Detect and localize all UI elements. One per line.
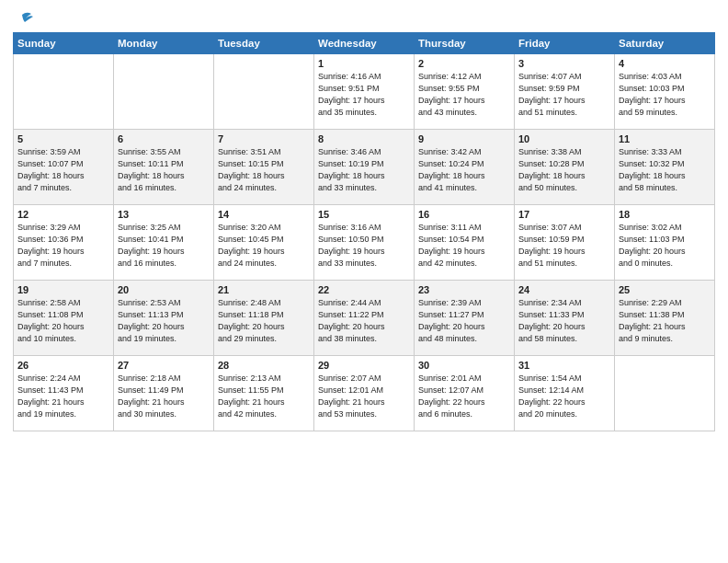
- calendar-cell: 8Sunrise: 3:46 AM Sunset: 10:19 PM Dayli…: [314, 130, 415, 205]
- weekday-header-tuesday: Tuesday: [214, 33, 314, 54]
- cell-info: Sunrise: 4:16 AM Sunset: 9:51 PM Dayligh…: [318, 71, 410, 119]
- day-number: 11: [619, 133, 711, 144]
- day-number: 5: [17, 133, 109, 144]
- calendar-cell: 14Sunrise: 3:20 AM Sunset: 10:45 PM Dayl…: [214, 205, 314, 281]
- weekday-header-thursday: Thursday: [415, 33, 515, 54]
- cell-info: Sunrise: 3:02 AM Sunset: 11:03 PM Daylig…: [619, 222, 711, 270]
- calendar-cell: 2Sunrise: 4:12 AM Sunset: 9:55 PM Daylig…: [415, 54, 515, 130]
- day-number: 21: [218, 284, 310, 295]
- weekday-header-saturday: Saturday: [615, 33, 715, 54]
- calendar-week-row: 26Sunrise: 2:24 AM Sunset: 11:43 PM Dayl…: [14, 356, 715, 431]
- calendar-cell: 5Sunrise: 3:59 AM Sunset: 10:07 PM Dayli…: [14, 130, 114, 205]
- calendar-cell: 13Sunrise: 3:25 AM Sunset: 10:41 PM Dayl…: [114, 205, 214, 281]
- cell-info: Sunrise: 2:58 AM Sunset: 11:08 PM Daylig…: [17, 297, 109, 345]
- calendar-week-row: 5Sunrise: 3:59 AM Sunset: 10:07 PM Dayli…: [14, 130, 715, 205]
- cell-info: Sunrise: 2:24 AM Sunset: 11:43 PM Daylig…: [17, 373, 109, 420]
- calendar-cell: 7Sunrise: 3:51 AM Sunset: 10:15 PM Dayli…: [214, 130, 314, 205]
- weekday-header-friday: Friday: [515, 33, 615, 54]
- weekday-header-wednesday: Wednesday: [314, 33, 415, 54]
- cell-info: Sunrise: 3:25 AM Sunset: 10:41 PM Daylig…: [118, 222, 210, 270]
- cell-info: Sunrise: 2:44 AM Sunset: 11:22 PM Daylig…: [318, 297, 410, 345]
- cell-info: Sunrise: 2:07 AM Sunset: 12:01 AM Daylig…: [318, 373, 410, 420]
- cell-info: Sunrise: 4:12 AM Sunset: 9:55 PM Dayligh…: [418, 71, 510, 119]
- day-number: 6: [118, 133, 210, 144]
- calendar-cell: 15Sunrise: 3:16 AM Sunset: 10:50 PM Dayl…: [314, 205, 415, 281]
- cell-info: Sunrise: 1:54 AM Sunset: 12:14 AM Daylig…: [518, 373, 610, 420]
- calendar-cell: 1Sunrise: 4:16 AM Sunset: 9:51 PM Daylig…: [314, 54, 415, 130]
- calendar-cell: 26Sunrise: 2:24 AM Sunset: 11:43 PM Dayl…: [14, 356, 114, 431]
- day-number: 27: [118, 360, 210, 371]
- day-number: 15: [318, 209, 410, 220]
- day-number: 4: [619, 58, 711, 69]
- day-number: 18: [619, 209, 711, 220]
- calendar-cell: 28Sunrise: 2:13 AM Sunset: 11:55 PM Dayl…: [214, 356, 314, 431]
- cell-info: Sunrise: 4:07 AM Sunset: 9:59 PM Dayligh…: [518, 71, 610, 119]
- day-number: 28: [218, 360, 310, 371]
- cell-info: Sunrise: 3:42 AM Sunset: 10:24 PM Daylig…: [418, 146, 510, 194]
- calendar-cell: 11Sunrise: 3:33 AM Sunset: 10:32 PM Dayl…: [615, 130, 715, 205]
- cell-info: Sunrise: 3:20 AM Sunset: 10:45 PM Daylig…: [218, 222, 310, 270]
- day-number: 10: [518, 133, 610, 144]
- day-number: 20: [118, 284, 210, 295]
- calendar-cell: 19Sunrise: 2:58 AM Sunset: 11:08 PM Dayl…: [14, 281, 114, 356]
- cell-info: Sunrise: 3:46 AM Sunset: 10:19 PM Daylig…: [318, 146, 410, 194]
- cell-info: Sunrise: 3:55 AM Sunset: 10:11 PM Daylig…: [118, 146, 210, 194]
- page: SundayMondayTuesdayWednesdayThursdayFrid…: [0, 0, 728, 563]
- calendar-cell: 30Sunrise: 2:01 AM Sunset: 12:07 AM Dayl…: [415, 356, 515, 431]
- cell-info: Sunrise: 3:51 AM Sunset: 10:15 PM Daylig…: [218, 146, 310, 194]
- calendar-cell: 17Sunrise: 3:07 AM Sunset: 10:59 PM Dayl…: [515, 205, 615, 281]
- cell-info: Sunrise: 2:53 AM Sunset: 11:13 PM Daylig…: [118, 297, 210, 345]
- day-number: 17: [518, 209, 610, 220]
- calendar-cell: [214, 54, 314, 130]
- calendar-cell: 6Sunrise: 3:55 AM Sunset: 10:11 PM Dayli…: [114, 130, 214, 205]
- day-number: 13: [118, 209, 210, 220]
- calendar-cell: 20Sunrise: 2:53 AM Sunset: 11:13 PM Dayl…: [114, 281, 214, 356]
- calendar-cell: 31Sunrise: 1:54 AM Sunset: 12:14 AM Dayl…: [515, 356, 615, 431]
- calendar-cell: 25Sunrise: 2:29 AM Sunset: 11:38 PM Dayl…: [615, 281, 715, 356]
- calendar-cell: 21Sunrise: 2:48 AM Sunset: 11:18 PM Dayl…: [214, 281, 314, 356]
- day-number: 26: [17, 360, 109, 371]
- weekday-header-sunday: Sunday: [14, 33, 114, 54]
- cell-info: Sunrise: 2:13 AM Sunset: 11:55 PM Daylig…: [218, 373, 310, 420]
- day-number: 12: [17, 209, 109, 220]
- cell-info: Sunrise: 3:07 AM Sunset: 10:59 PM Daylig…: [518, 222, 610, 270]
- cell-info: Sunrise: 4:03 AM Sunset: 10:03 PM Daylig…: [619, 71, 711, 119]
- weekday-header-monday: Monday: [114, 33, 214, 54]
- day-number: 7: [218, 133, 310, 144]
- day-number: 30: [418, 360, 510, 371]
- day-number: 16: [418, 209, 510, 220]
- calendar-cell: 24Sunrise: 2:34 AM Sunset: 11:33 PM Dayl…: [515, 281, 615, 356]
- logo: [13, 9, 35, 27]
- cell-info: Sunrise: 3:16 AM Sunset: 10:50 PM Daylig…: [318, 222, 410, 270]
- day-number: 23: [418, 284, 510, 295]
- calendar-table: SundayMondayTuesdayWednesdayThursdayFrid…: [13, 32, 715, 431]
- calendar-header: SundayMondayTuesdayWednesdayThursdayFrid…: [14, 33, 715, 54]
- calendar-cell: 18Sunrise: 3:02 AM Sunset: 11:03 PM Dayl…: [615, 205, 715, 281]
- calendar-cell: 12Sunrise: 3:29 AM Sunset: 10:36 PM Dayl…: [14, 205, 114, 281]
- day-number: 3: [518, 58, 610, 69]
- day-number: 14: [218, 209, 310, 220]
- day-number: 9: [418, 133, 510, 144]
- calendar-week-row: 1Sunrise: 4:16 AM Sunset: 9:51 PM Daylig…: [14, 54, 715, 130]
- calendar-cell: 16Sunrise: 3:11 AM Sunset: 10:54 PM Dayl…: [415, 205, 515, 281]
- cell-info: Sunrise: 3:33 AM Sunset: 10:32 PM Daylig…: [619, 146, 711, 194]
- calendar-cell: 3Sunrise: 4:07 AM Sunset: 9:59 PM Daylig…: [515, 54, 615, 130]
- calendar-cell: 4Sunrise: 4:03 AM Sunset: 10:03 PM Dayli…: [615, 54, 715, 130]
- calendar-cell: 29Sunrise: 2:07 AM Sunset: 12:01 AM Dayl…: [314, 356, 415, 431]
- day-number: 31: [518, 360, 610, 371]
- day-number: 1: [318, 58, 410, 69]
- cell-info: Sunrise: 3:11 AM Sunset: 10:54 PM Daylig…: [418, 222, 510, 270]
- calendar-cell: [114, 54, 214, 130]
- day-number: 2: [418, 58, 510, 69]
- calendar-body: 1Sunrise: 4:16 AM Sunset: 9:51 PM Daylig…: [14, 54, 715, 431]
- calendar-week-row: 19Sunrise: 2:58 AM Sunset: 11:08 PM Dayl…: [14, 281, 715, 356]
- cell-info: Sunrise: 2:48 AM Sunset: 11:18 PM Daylig…: [218, 297, 310, 345]
- day-number: 8: [318, 133, 410, 144]
- cell-info: Sunrise: 3:59 AM Sunset: 10:07 PM Daylig…: [17, 146, 109, 194]
- calendar-week-row: 12Sunrise: 3:29 AM Sunset: 10:36 PM Dayl…: [14, 205, 715, 281]
- calendar-cell: 10Sunrise: 3:38 AM Sunset: 10:28 PM Dayl…: [515, 130, 615, 205]
- header: [13, 9, 715, 27]
- logo-bird-icon: [15, 9, 35, 29]
- calendar-cell: 22Sunrise: 2:44 AM Sunset: 11:22 PM Dayl…: [314, 281, 415, 356]
- day-number: 19: [17, 284, 109, 295]
